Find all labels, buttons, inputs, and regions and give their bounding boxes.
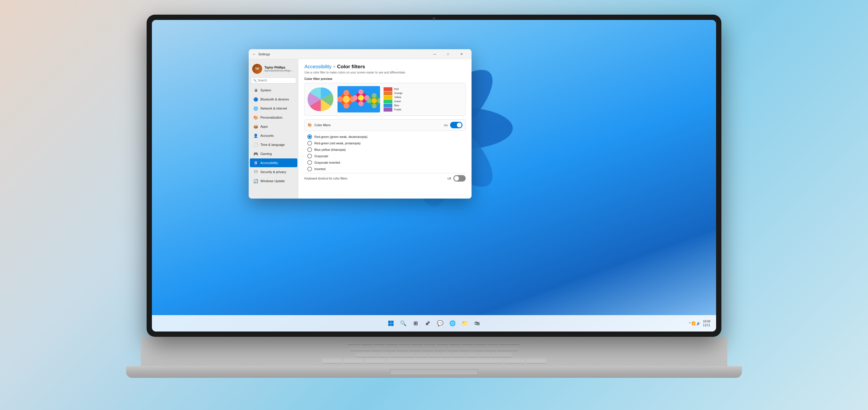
taskbar-search-button[interactable]: 🔍 bbox=[398, 318, 408, 329]
breadcrumb-parent[interactable]: Accessibility bbox=[304, 64, 332, 70]
user-email: taylor@tailwinescollege.com bbox=[265, 69, 294, 72]
key-j bbox=[447, 346, 459, 351]
sidebar-item-label: Gaming bbox=[260, 152, 272, 156]
color-bar-row-yellow: Yellow bbox=[383, 95, 402, 99]
taskbar-chat-button[interactable]: 💬 bbox=[435, 318, 445, 329]
preview-color-bars: Red Orange Yellow bbox=[383, 87, 402, 111]
svg-point-25 bbox=[367, 98, 371, 103]
key-z bbox=[378, 352, 390, 357]
taskbar-edge-button[interactable]: 🌐 bbox=[447, 318, 458, 329]
color-label-green: Green bbox=[394, 100, 401, 103]
key-shift-r bbox=[491, 352, 512, 357]
key-bracket2 bbox=[487, 340, 498, 345]
sidebar-item-label: System bbox=[260, 89, 271, 92]
radio-label-4: Grayscale inverted bbox=[314, 161, 340, 164]
search-box[interactable]: 🔍 bbox=[251, 77, 296, 83]
close-button[interactable]: ✕ bbox=[455, 50, 468, 59]
title-bar-left: ← Settings bbox=[252, 52, 270, 56]
radio-item-grayscale[interactable]: Grayscale bbox=[307, 154, 463, 159]
sidebar-item-label: Accessibility bbox=[260, 161, 278, 165]
apps-icon: 📦 bbox=[253, 124, 258, 129]
taskbar-store-button[interactable]: 🛍 bbox=[472, 318, 483, 329]
key-c bbox=[403, 352, 415, 357]
radio-label-2: Blue-yellow (tritanopia) bbox=[314, 148, 346, 151]
sidebar-item-security[interactable]: 🛡 Security & privacy bbox=[250, 168, 297, 176]
radio-group: Red-green (green weak, deuteranopia) Red… bbox=[304, 133, 466, 173]
search-input[interactable] bbox=[258, 79, 295, 82]
svg-rect-30 bbox=[388, 323, 391, 326]
color-filter-preview: Red Orange Yellow bbox=[304, 83, 466, 116]
settings-window: ← Settings — □ ✕ TP bbox=[249, 49, 471, 199]
svg-rect-31 bbox=[391, 323, 394, 326]
radio-item-blue-yellow[interactable]: Blue-yellow (tritanopia) bbox=[307, 147, 463, 152]
radio-circle-2 bbox=[307, 147, 312, 152]
key-e bbox=[373, 340, 385, 345]
key-alt-r bbox=[504, 358, 525, 364]
sidebar-item-label: Windows Update bbox=[260, 179, 285, 183]
taskbar-explorer-button[interactable]: 📁 bbox=[460, 318, 470, 329]
maximize-button[interactable]: □ bbox=[442, 50, 455, 59]
key-y bbox=[411, 340, 423, 345]
breadcrumb-separator: > bbox=[333, 65, 336, 69]
sidebar: TP Taylor Phillips taylor@tailwinescolle… bbox=[249, 59, 299, 199]
sidebar-item-apps[interactable]: 📦 Apps bbox=[250, 122, 297, 131]
key-semi bbox=[485, 346, 497, 351]
sidebar-item-label: Apps bbox=[260, 125, 268, 128]
keyboard-shortcut-toggle[interactable] bbox=[453, 175, 466, 181]
color-label-red: Red bbox=[394, 88, 399, 91]
user-profile[interactable]: TP Taylor Phillips taylor@tailwinescolle… bbox=[249, 62, 299, 76]
trackpad[interactable] bbox=[390, 369, 478, 375]
color-bar-row-blue: Blue bbox=[383, 103, 402, 107]
sidebar-item-label: Bluetooth & devices bbox=[260, 98, 289, 101]
sidebar-item-label: Accounts bbox=[260, 134, 274, 137]
sidebar-item-windows-update[interactable]: 🔄 Windows Update bbox=[250, 177, 297, 185]
taskbar-center: 🔍 ⊞ 🗞 💬 🌐 📁 🛍 bbox=[385, 318, 483, 329]
radio-item-red-green-red[interactable]: Red-green (red weak, protanopia) bbox=[307, 141, 463, 145]
key-q bbox=[348, 340, 360, 345]
user-info: Taylor Phillips taylor@tailwinescollege.… bbox=[265, 66, 294, 72]
key-l bbox=[472, 346, 484, 351]
user-name: Taylor Phillips bbox=[265, 66, 294, 69]
main-content: Accessibility > Color filters Use a colo… bbox=[299, 59, 471, 199]
sidebar-item-personalization[interactable]: 🎨 Personalization bbox=[250, 113, 297, 122]
keyboard-shortcut-toggle-knob bbox=[454, 176, 459, 181]
taskbar-start-button[interactable] bbox=[385, 318, 396, 329]
sidebar-item-accessibility[interactable]: ♿ Accessibility bbox=[250, 159, 297, 167]
radio-label-0: Red-green (green weak, deuteranopia) bbox=[314, 135, 367, 139]
key-t bbox=[399, 340, 410, 345]
preview-flowers-image bbox=[338, 86, 380, 112]
back-button[interactable]: ← bbox=[252, 52, 256, 56]
radio-item-grayscale-inverted[interactable]: Grayscale inverted bbox=[307, 160, 463, 165]
key-row-1 bbox=[170, 340, 698, 345]
accounts-icon: 👤 bbox=[253, 133, 258, 138]
color-swatch-yellow bbox=[383, 96, 392, 99]
key-u bbox=[424, 340, 435, 345]
radio-item-red-green-weak[interactable]: Red-green (green weak, deuteranopia) bbox=[307, 134, 463, 139]
radio-circle-3 bbox=[307, 154, 312, 159]
breadcrumb: Accessibility > Color filters bbox=[304, 64, 466, 70]
color-label-purple: Purple bbox=[394, 108, 401, 111]
color-filters-toggle[interactable] bbox=[450, 122, 462, 128]
system-icon: 🖥 bbox=[253, 88, 258, 93]
key-h bbox=[435, 346, 446, 351]
taskbar-widgets-button[interactable]: 🗞 bbox=[423, 318, 433, 329]
sidebar-item-time[interactable]: 🕐 Time & language bbox=[250, 140, 297, 149]
radio-item-inverted[interactable]: Inverted bbox=[307, 167, 463, 171]
key-backspace bbox=[499, 340, 520, 345]
key-comma bbox=[466, 352, 478, 357]
sidebar-item-system[interactable]: 🖥 System bbox=[250, 86, 297, 95]
keyboard-shortcut-row: Keyboard shortcut for color filters Off bbox=[304, 173, 466, 181]
svg-point-12 bbox=[343, 103, 349, 109]
taskbar-time[interactable]: 18:09 11/11 bbox=[703, 319, 710, 327]
key-a bbox=[372, 346, 383, 351]
key-r bbox=[386, 340, 398, 345]
taskbar-taskview-button[interactable]: ⊞ bbox=[410, 318, 421, 329]
svg-point-23 bbox=[372, 93, 376, 98]
minimize-button[interactable]: — bbox=[428, 50, 441, 59]
sidebar-item-bluetooth[interactable]: 🔵 Bluetooth & devices bbox=[250, 95, 297, 104]
security-icon: 🛡 bbox=[253, 170, 258, 174]
key-n bbox=[441, 352, 453, 357]
sidebar-item-network[interactable]: 🌐 Network & internet bbox=[250, 104, 297, 113]
sidebar-item-gaming[interactable]: 🎮 Gaming bbox=[250, 149, 297, 158]
sidebar-item-accounts[interactable]: 👤 Accounts bbox=[250, 131, 297, 140]
